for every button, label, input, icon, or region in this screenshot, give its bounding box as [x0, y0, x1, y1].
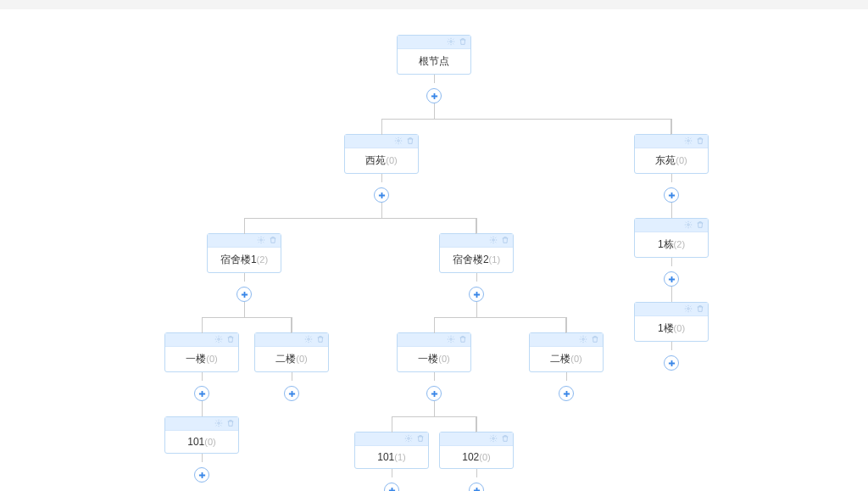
tree-canvas: { "tree": { "root": { "label": "根节点", "c… [0, 9, 868, 491]
add-child-button[interactable] [664, 271, 679, 287]
svg-point-0 [450, 40, 453, 42]
gear-icon[interactable] [404, 433, 413, 445]
trash-icon[interactable] [696, 304, 704, 315]
add-child-button[interactable] [559, 386, 574, 401]
node-label: 1楼 [658, 322, 674, 334]
node-label: 101 [187, 436, 204, 448]
gear-icon[interactable] [579, 334, 587, 346]
add-child-button[interactable] [664, 355, 679, 371]
node-label: 宿舍楼1 [220, 254, 257, 265]
trash-icon[interactable] [269, 235, 277, 247]
svg-point-12 [687, 223, 690, 226]
gear-icon[interactable] [684, 136, 693, 148]
svg-point-8 [408, 437, 410, 439]
gear-icon[interactable] [684, 220, 693, 232]
tree-node[interactable]: 西苑(0) [344, 134, 419, 174]
svg-point-10 [582, 338, 585, 340]
node-label: 一楼 [186, 353, 206, 365]
node-label: 二楼 [275, 353, 296, 365]
trash-icon[interactable] [226, 334, 235, 346]
tree-node[interactable]: 1栋(2) [634, 218, 709, 258]
tree-node[interactable]: 102(0) [439, 432, 514, 469]
tree-node[interactable]: 101(0) [164, 416, 239, 454]
trash-icon[interactable] [316, 334, 325, 346]
gear-icon[interactable] [447, 36, 455, 48]
gear-icon[interactable] [489, 433, 498, 445]
org-tree: 根节点 西苑(0) [0, 9, 868, 491]
gear-icon[interactable] [684, 304, 693, 315]
trash-icon[interactable] [591, 334, 599, 346]
node-count: (2) [257, 254, 268, 265]
gear-icon[interactable] [257, 235, 265, 247]
node-label: 102 [462, 451, 479, 463]
top-strip [0, 0, 868, 9]
node-count: (0) [204, 437, 215, 447]
trash-icon[interactable] [459, 334, 467, 346]
node-count: (0) [674, 323, 685, 333]
svg-point-5 [308, 338, 310, 340]
node-count: (1) [489, 254, 500, 265]
node-label: 西苑 [365, 154, 386, 166]
tree-node-root[interactable]: 根节点 [397, 35, 471, 75]
node-count: (0) [386, 155, 397, 165]
gear-icon[interactable] [394, 136, 403, 148]
add-child-button[interactable] [469, 483, 484, 491]
trash-icon[interactable] [459, 36, 467, 48]
node-label: 二楼 [550, 353, 570, 365]
trash-icon[interactable] [501, 235, 509, 247]
svg-point-13 [687, 307, 690, 310]
node-count: (0) [206, 354, 217, 364]
add-child-button[interactable] [194, 467, 209, 483]
add-child-button[interactable] [426, 88, 442, 103]
svg-point-11 [687, 139, 690, 142]
svg-point-3 [218, 338, 220, 340]
svg-point-6 [492, 238, 495, 241]
tree-node[interactable]: 二楼(0) [529, 332, 604, 372]
trash-icon[interactable] [406, 136, 415, 148]
svg-point-7 [450, 338, 453, 340]
node-label: 宿舍楼2 [453, 254, 489, 265]
trash-icon[interactable] [696, 136, 704, 148]
add-child-button[interactable] [284, 386, 299, 401]
node-count: (1) [394, 452, 405, 462]
add-child-button[interactable] [469, 287, 484, 302]
svg-point-9 [492, 437, 495, 439]
tree-node[interactable]: 宿舍楼2(1) [439, 233, 514, 273]
add-child-button[interactable] [236, 287, 252, 302]
trash-icon[interactable] [696, 220, 704, 232]
node-label: 一楼 [418, 353, 438, 365]
trash-icon[interactable] [416, 433, 425, 445]
tree-node[interactable]: 二楼(0) [254, 332, 329, 372]
tree-node[interactable]: 1楼(0) [634, 302, 709, 342]
node-label: 东苑 [655, 154, 676, 166]
trash-icon[interactable] [226, 418, 235, 430]
tree-node[interactable]: 东苑(0) [634, 134, 709, 174]
node-count: (2) [674, 239, 685, 249]
node-count: (0) [676, 155, 687, 165]
trash-icon[interactable] [501, 433, 509, 445]
add-child-button[interactable] [384, 483, 399, 491]
node-count: (0) [296, 354, 307, 364]
node-label: 101 [377, 451, 394, 463]
tree-node[interactable]: 宿舍楼1(2) [207, 233, 281, 273]
gear-icon[interactable] [214, 418, 223, 430]
gear-icon[interactable] [214, 334, 223, 346]
tree-node[interactable]: 一楼(0) [397, 332, 471, 372]
node-count: (0) [479, 452, 490, 462]
node-label: 根节点 [419, 55, 449, 67]
gear-icon[interactable] [447, 334, 455, 346]
node-count: (0) [438, 354, 449, 364]
gear-icon[interactable] [304, 334, 313, 346]
add-child-button[interactable] [194, 386, 209, 401]
tree-node[interactable]: 101(1) [354, 432, 429, 469]
node-label: 1栋 [658, 238, 674, 250]
svg-point-2 [260, 238, 263, 241]
add-child-button[interactable] [374, 187, 389, 203]
svg-point-1 [398, 139, 400, 142]
add-child-button[interactable] [664, 187, 679, 203]
svg-point-4 [218, 421, 220, 424]
node-count: (0) [570, 354, 581, 364]
tree-node[interactable]: 一楼(0) [164, 332, 239, 372]
gear-icon[interactable] [489, 235, 498, 247]
add-child-button[interactable] [426, 386, 442, 401]
